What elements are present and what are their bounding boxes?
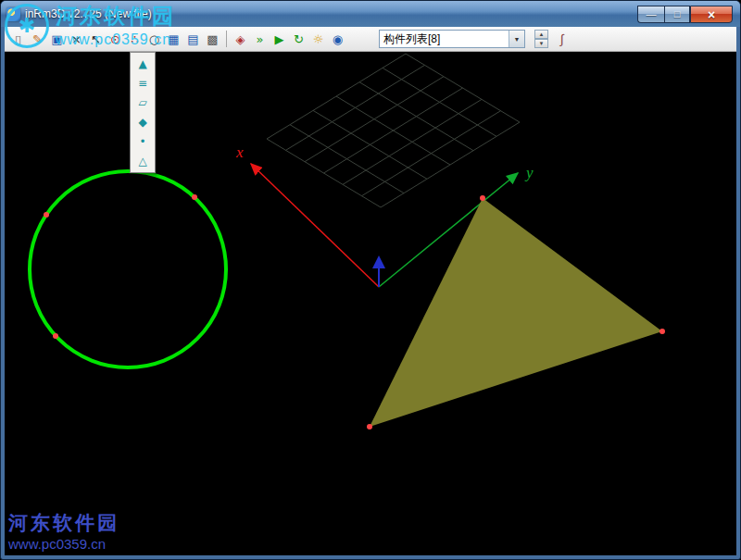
probe-button[interactable]: ∫ bbox=[554, 30, 571, 48]
spin-down-icon: ▼ bbox=[539, 41, 545, 46]
fast-run-button[interactable]: » bbox=[251, 30, 270, 48]
delete-button[interactable]: × bbox=[68, 30, 86, 48]
control-point[interactable] bbox=[367, 424, 372, 429]
spin-up-icon: ▲ bbox=[539, 31, 545, 37]
window-title: inRm3D v2.725 (New file) bbox=[25, 7, 152, 20]
delete-icon: × bbox=[71, 32, 82, 46]
titlebar[interactable]: inRm3D v2.725 (New file) — □ × bbox=[1, 1, 740, 27]
maximize-icon: □ bbox=[674, 9, 681, 19]
mesh-tool-icon: ▤ bbox=[187, 32, 198, 46]
select-cursor-icon: ↖ bbox=[91, 32, 101, 46]
mesh-tool-button[interactable]: ▤ bbox=[184, 30, 203, 48]
app-icon bbox=[6, 7, 20, 21]
table-tool-icon: ▩ bbox=[207, 32, 218, 46]
chevron-down-icon: ▼ bbox=[514, 36, 521, 43]
x-axis-label: x bbox=[235, 143, 244, 161]
view-icon: ◉ bbox=[333, 32, 343, 46]
viewport-canvas[interactable]: xy ▲≡▱◆•△ bbox=[5, 52, 736, 555]
grid-line bbox=[305, 77, 444, 162]
circle-tool-button[interactable]: ○ bbox=[145, 30, 164, 48]
surface-tool-button[interactable]: △ bbox=[133, 152, 152, 170]
edit-icon: ✎ bbox=[32, 32, 43, 46]
save-icon: ▣ bbox=[51, 32, 62, 46]
surface-tool-icon: △ bbox=[138, 155, 146, 168]
scene-svg[interactable]: xy bbox=[5, 52, 736, 555]
layers-tool-button[interactable]: ≡ bbox=[133, 74, 152, 93]
new-file-icon: ▯ bbox=[15, 32, 21, 46]
close-icon: × bbox=[708, 8, 715, 21]
prism-tool-icon: ◆ bbox=[138, 116, 146, 129]
slab-tool-icon: ▱ bbox=[138, 96, 146, 109]
spin-down-button[interactable]: ▼ bbox=[534, 39, 548, 48]
window-controls: — □ × bbox=[637, 6, 733, 23]
grid-tool-button[interactable]: ▦ bbox=[165, 30, 183, 48]
y-axis-label: y bbox=[524, 164, 534, 181]
minimize-icon: — bbox=[647, 9, 657, 19]
toolbar: ▯✎▣×↖⊙∴○▦▤▩◈»▶↻☼◉ 构件列表[8] ▼ ▲ ▼ ∫ bbox=[5, 27, 736, 52]
client-area: ▯✎▣×↖⊙∴○▦▤▩◈»▶↻☼◉ 构件列表[8] ▼ ▲ ▼ ∫ bbox=[5, 27, 736, 555]
circle-tool-icon: ○ bbox=[149, 32, 159, 46]
grid-line bbox=[286, 65, 425, 150]
table-tool-button[interactable]: ▩ bbox=[204, 30, 222, 48]
grid-tool-icon: ▦ bbox=[168, 32, 179, 46]
triangle-shape[interactable] bbox=[370, 198, 662, 427]
node-tool-button[interactable]: • bbox=[133, 132, 152, 151]
point-tool-icon: ⊙ bbox=[110, 32, 120, 46]
component-list-combobox[interactable]: 构件列表[8] ▼ bbox=[379, 30, 525, 48]
cone-tool-icon: ▲ bbox=[138, 57, 146, 70]
circle-shape[interactable] bbox=[30, 171, 226, 367]
control-point[interactable] bbox=[480, 195, 485, 201]
floating-palette: ▲≡▱◆•△ bbox=[130, 52, 156, 173]
control-point[interactable] bbox=[659, 329, 665, 334]
select-cursor-button[interactable]: ↖ bbox=[87, 30, 106, 48]
maximize-button[interactable]: □ bbox=[664, 6, 690, 23]
cone-tool-button[interactable]: ▲ bbox=[133, 55, 152, 73]
close-button[interactable]: × bbox=[690, 6, 733, 23]
combobox-dropdown-button[interactable]: ▼ bbox=[509, 31, 524, 47]
assembly-button[interactable]: ◈ bbox=[232, 30, 250, 48]
control-point[interactable] bbox=[44, 212, 49, 218]
prism-tool-button[interactable]: ◆ bbox=[133, 113, 152, 131]
refresh-button[interactable]: ↻ bbox=[290, 30, 308, 48]
view-button[interactable]: ◉ bbox=[329, 30, 347, 48]
polyline-tool-button[interactable]: ∴ bbox=[126, 30, 144, 48]
run-button[interactable]: ▶ bbox=[270, 30, 289, 48]
spin-up-button[interactable]: ▲ bbox=[534, 30, 548, 39]
assembly-icon: ◈ bbox=[236, 32, 245, 46]
edit-button[interactable]: ✎ bbox=[29, 30, 47, 48]
light-button[interactable]: ☼ bbox=[309, 30, 328, 48]
new-file-button[interactable]: ▯ bbox=[9, 30, 28, 48]
point-tool-button[interactable]: ⊙ bbox=[107, 30, 125, 48]
node-tool-icon: • bbox=[139, 135, 145, 148]
control-point[interactable] bbox=[53, 333, 58, 339]
control-point[interactable] bbox=[192, 194, 197, 200]
spinner-control: ▲ ▼ bbox=[534, 30, 548, 48]
slab-tool-button[interactable]: ▱ bbox=[133, 93, 152, 112]
refresh-icon: ↻ bbox=[294, 32, 304, 46]
app-window: inRm3D v2.725 (New file) — □ × ▯✎▣×↖⊙∴○▦… bbox=[0, 0, 741, 560]
toolbar-icons: ▯✎▣×↖⊙∴○▦▤▩◈»▶↻☼◉ bbox=[8, 30, 347, 48]
layers-tool-icon: ≡ bbox=[138, 77, 147, 90]
polyline-tool-icon: ∴ bbox=[131, 32, 138, 46]
combobox-value: 构件列表[8] bbox=[380, 31, 509, 47]
fast-run-icon: » bbox=[257, 32, 264, 46]
grid-line bbox=[267, 54, 406, 139]
light-icon: ☼ bbox=[313, 32, 324, 46]
run-icon: ▶ bbox=[275, 32, 284, 46]
toolbar-separator bbox=[226, 31, 227, 47]
save-button[interactable]: ▣ bbox=[48, 30, 67, 48]
minimize-button[interactable]: — bbox=[637, 6, 664, 23]
probe-icon: ∫ bbox=[560, 31, 564, 46]
x-axis bbox=[251, 164, 379, 287]
